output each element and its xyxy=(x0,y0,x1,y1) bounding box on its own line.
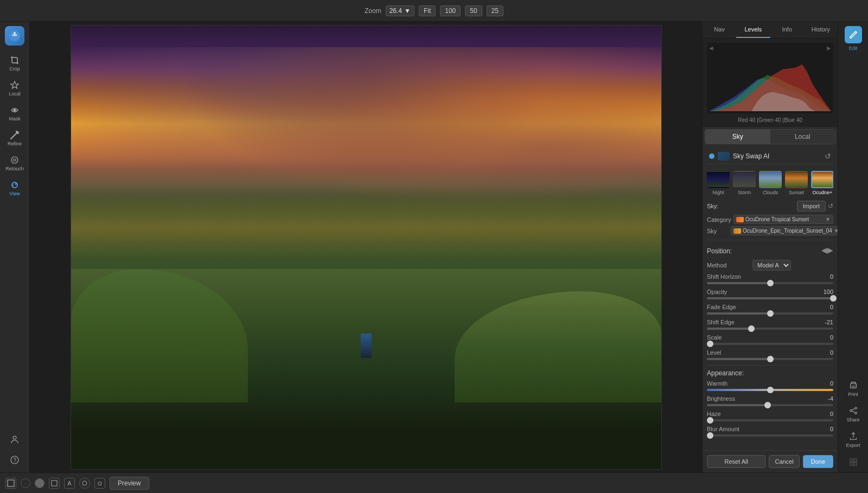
preset-sunset[interactable]: Sunset xyxy=(785,171,808,195)
warmth-row: Warmth 0 xyxy=(707,379,833,394)
expand-icon[interactable] xyxy=(849,458,858,466)
hist-right-arrow[interactable]: ▶ xyxy=(827,45,831,51)
zoom-50-button[interactable]: 50 xyxy=(465,5,482,16)
export-label: Export xyxy=(846,443,860,448)
zoom-25-button[interactable]: 25 xyxy=(487,5,503,16)
warmth-slider[interactable] xyxy=(707,389,833,391)
fade-edge-slider[interactable] xyxy=(707,312,833,315)
bottom-toolbar: A Preview xyxy=(0,472,868,493)
opacity-slider[interactable] xyxy=(707,297,833,299)
svg-point-2 xyxy=(14,109,16,112)
tab-info[interactable]: Info xyxy=(770,22,804,38)
square-tool[interactable] xyxy=(49,478,60,489)
preset-storm-label: Storm xyxy=(738,190,751,195)
tool-view[interactable]: View xyxy=(2,177,28,200)
brightness-thumb[interactable] xyxy=(764,402,771,408)
svg-rect-19 xyxy=(854,463,857,465)
level-thumb[interactable] xyxy=(767,356,774,362)
zoom-fit-button[interactable]: Fit xyxy=(419,5,436,16)
shift-edge-slider[interactable] xyxy=(707,328,833,330)
preset-night[interactable]: Night xyxy=(707,171,730,195)
cancel-button[interactable]: Cancel xyxy=(769,455,799,468)
tab-nav[interactable]: Nav xyxy=(703,22,736,38)
warmth-thumb[interactable] xyxy=(767,387,774,393)
sub-tab-local[interactable]: Local xyxy=(770,130,835,144)
red-value: 40 xyxy=(749,117,755,123)
text-tool[interactable]: A xyxy=(64,478,75,489)
position-right-arrow[interactable]: ▶ xyxy=(827,246,833,254)
sky-chevron: ▼ xyxy=(834,228,838,234)
preview-button[interactable]: Preview xyxy=(110,477,149,490)
share-icon xyxy=(848,406,858,415)
view-icon xyxy=(10,180,20,190)
category-label: Category xyxy=(707,216,731,223)
brightness-slider[interactable] xyxy=(707,404,833,406)
preset-ocudrone[interactable]: Ocudne+ xyxy=(811,171,833,195)
nav-tabs: Nav Levels Info History xyxy=(703,22,838,39)
haze-thumb[interactable] xyxy=(707,417,713,424)
export-item[interactable]: Export xyxy=(839,428,867,451)
hist-left-arrow[interactable]: ◀ xyxy=(709,45,713,51)
scale-slider[interactable] xyxy=(707,343,833,345)
method-select[interactable]: Model A Model B xyxy=(752,260,791,271)
circle-tool-2[interactable] xyxy=(35,478,44,488)
shift-edge-value: -21 xyxy=(820,319,833,325)
tool-help[interactable]: ? xyxy=(2,452,28,468)
panel-section[interactable]: Sky Swap AI ↺ Night Storm Clouds xyxy=(703,146,838,450)
zoom-dropdown-icon[interactable]: ▼ xyxy=(404,7,411,15)
lasso-tool[interactable] xyxy=(94,478,105,489)
sky-select-row: Sky OcuDrone_Epic_Tropical_Sunset_04 ▼ xyxy=(707,225,833,236)
sub-tab-sky[interactable]: Sky xyxy=(705,130,770,144)
sky-reset-icon[interactable]: ↺ xyxy=(828,202,833,210)
shift-horizon-thumb[interactable] xyxy=(767,280,774,286)
tab-history[interactable]: History xyxy=(804,22,838,38)
reset-all-button[interactable]: Reset All xyxy=(707,455,765,468)
blur-slider[interactable] xyxy=(707,434,833,437)
tab-levels[interactable]: Levels xyxy=(736,22,770,38)
shift-edge-header: Shift Edge -21 xyxy=(707,319,833,325)
position-left-arrow[interactable]: ◀ xyxy=(821,246,827,254)
tool-mask[interactable]: Mask xyxy=(2,102,28,125)
method-row: Method Model A Model B xyxy=(707,258,833,272)
tool-retouch[interactable]: Retouch xyxy=(2,152,28,175)
tool-crop[interactable]: Crop xyxy=(2,52,28,75)
opacity-header: Opacity 100 xyxy=(707,289,833,295)
zoom-label: Zoom xyxy=(365,7,381,15)
shift-edge-thumb[interactable] xyxy=(748,325,755,332)
brightness-header: Brightness -4 xyxy=(707,395,833,402)
level-label: Level xyxy=(707,349,750,356)
separator1: |Green xyxy=(757,117,775,123)
opacity-thumb[interactable] xyxy=(830,295,837,302)
canvas-frame-icon[interactable] xyxy=(5,478,16,489)
share-item[interactable]: Share xyxy=(839,402,867,426)
done-button[interactable]: Done xyxy=(803,455,833,468)
text-icon: A xyxy=(67,480,71,486)
circle-selector-tool[interactable] xyxy=(79,478,90,489)
canvas-area[interactable] xyxy=(30,22,702,472)
zoom-100-button[interactable]: 100 xyxy=(440,5,461,16)
import-button[interactable]: Import xyxy=(797,201,826,212)
scale-thumb[interactable] xyxy=(707,341,713,347)
blur-row: Blur Amount 0 xyxy=(707,425,833,440)
tool-refine[interactable]: Refine xyxy=(2,127,28,150)
preset-storm[interactable]: Storm xyxy=(733,171,756,195)
circle-tool[interactable] xyxy=(21,478,30,488)
sky-swap-active-dot[interactable] xyxy=(709,153,714,159)
tool-local[interactable]: Local xyxy=(2,77,28,100)
print-item[interactable]: Print xyxy=(839,377,867,400)
category-select[interactable]: OcuDrone Tropical Sunset ▼ xyxy=(733,215,833,224)
fade-edge-thumb[interactable] xyxy=(767,310,774,317)
svg-rect-21 xyxy=(52,481,57,486)
level-slider[interactable] xyxy=(707,358,833,360)
scale-value: 0 xyxy=(820,334,833,341)
people-icon xyxy=(10,434,20,444)
tool-people[interactable] xyxy=(2,431,28,447)
sky-select-label: Sky xyxy=(707,228,729,234)
haze-header: Haze 0 xyxy=(707,411,833,417)
preset-clouds[interactable]: Clouds xyxy=(759,171,782,195)
shift-horizon-slider[interactable] xyxy=(707,282,833,284)
sky-select-dropdown[interactable]: OcuDrone_Epic_Tropical_Sunset_04 ▼ xyxy=(731,226,838,235)
haze-slider[interactable] xyxy=(707,419,833,421)
blur-thumb[interactable] xyxy=(707,432,713,439)
refresh-icon[interactable]: ↺ xyxy=(825,152,831,161)
